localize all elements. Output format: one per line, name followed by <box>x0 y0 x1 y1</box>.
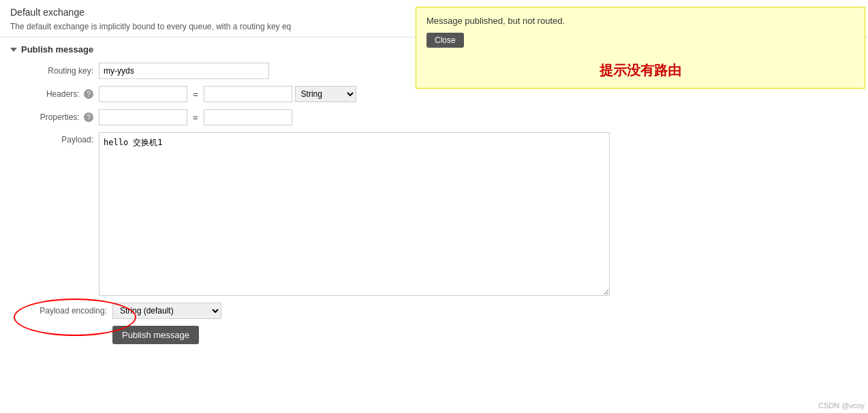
section-title: Publish message <box>21 44 93 55</box>
watermark: CSDN @vcoy <box>818 401 865 410</box>
payload-label: Payload: <box>24 132 99 144</box>
properties-label: Properties: ? <box>24 112 99 123</box>
publish-message-button[interactable]: Publish message <box>112 326 199 344</box>
headers-name-input[interactable] <box>99 86 187 102</box>
close-button[interactable]: Close <box>427 33 464 48</box>
headers-label: Headers: ? <box>24 89 99 100</box>
headers-value-input[interactable] <box>204 86 292 102</box>
notification-message: Message published, but not routed. <box>427 16 854 26</box>
encoding-label: Payload encoding: <box>24 306 112 316</box>
headers-equals: = <box>190 89 201 100</box>
encoding-select[interactable]: String (default) Base64 <box>112 303 221 319</box>
encoding-row: Payload encoding: String (default) Base6… <box>10 303 858 319</box>
payload-textarea[interactable]: hello 交换机1 <box>99 132 610 296</box>
headers-inputs: = String Number Boolean <box>99 86 356 102</box>
collapse-triangle-icon <box>10 48 17 52</box>
payload-row: Payload: hello 交换机1 <box>10 132 858 296</box>
properties-help-icon[interactable]: ? <box>84 112 93 122</box>
props-name-input[interactable] <box>99 109 187 125</box>
notification-overlay: Message published, but not routed. Close… <box>416 7 865 89</box>
properties-row: Properties: ? = <box>10 109 858 125</box>
headers-help-icon[interactable]: ? <box>84 89 93 99</box>
publish-row: Publish message <box>10 326 858 344</box>
routing-key-input[interactable] <box>99 63 269 79</box>
props-equals: = <box>190 112 201 123</box>
annotation-text: 提示没有路由 <box>600 63 681 78</box>
page-container: Default exchange The default exchange is… <box>0 0 868 413</box>
routing-key-label: Routing key: <box>24 66 99 76</box>
properties-inputs: = <box>99 109 292 125</box>
props-value-input[interactable] <box>204 109 292 125</box>
type-select[interactable]: String Number Boolean <box>295 86 356 102</box>
